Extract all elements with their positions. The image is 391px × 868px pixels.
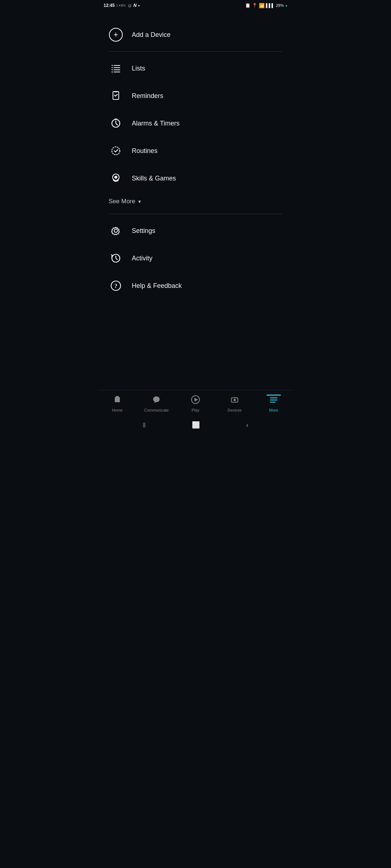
- svg-point-17: [114, 229, 118, 233]
- svg-rect-9: [114, 91, 118, 92]
- battery-percent: 29%: [276, 3, 284, 8]
- add-device-icon: +: [109, 27, 123, 42]
- status-right: 📋 📍 📶 ▌▌▌ 29% ●: [245, 3, 287, 8]
- divider-top: [109, 51, 282, 52]
- main-content: + Add a Device Lists: [98, 10, 293, 299]
- help-menu-item[interactable]: ? Help & Feedback: [98, 272, 293, 299]
- help-icon: ?: [109, 278, 123, 293]
- nav-devices[interactable]: Devices: [215, 395, 254, 412]
- status-left: 12:45 1 KB/s ☺ N ●: [104, 3, 140, 8]
- routines-icon: [109, 144, 123, 158]
- system-nav-bar: ⦀ ⬜ ‹: [98, 416, 293, 434]
- network-speed: 1 KB/s: [116, 4, 126, 7]
- activity-label: Activity: [132, 255, 152, 262]
- back-button[interactable]: ‹: [246, 421, 248, 429]
- reminders-label: Reminders: [132, 92, 163, 100]
- svg-point-16: [114, 176, 117, 179]
- home-button[interactable]: ⬜: [192, 421, 200, 429]
- nav-communicate-label: Communicate: [144, 408, 169, 412]
- activity-icon: [109, 251, 123, 265]
- svg-rect-2: [112, 67, 113, 68]
- skills-label: Skills & Games: [132, 175, 176, 182]
- skills-icon: [109, 171, 123, 186]
- wifi-icon: 📶: [259, 3, 265, 8]
- svg-rect-4: [112, 69, 113, 70]
- svg-marker-24: [194, 398, 198, 401]
- nav-more-label: More: [269, 408, 278, 412]
- svg-rect-5: [114, 69, 120, 70]
- activity-menu-item[interactable]: Activity: [98, 244, 293, 272]
- svg-rect-1: [114, 65, 120, 66]
- status-bar: 12:45 1 KB/s ☺ N ● 📋 📍 📶 ▌▌▌ 29% ●: [98, 0, 293, 10]
- see-more-label: See More: [109, 198, 135, 205]
- chevron-down-icon: ▾: [138, 199, 141, 204]
- reminders-icon: [109, 89, 123, 103]
- clipboard-icon: 📋: [245, 3, 251, 8]
- status-icon-1: ☺: [127, 3, 132, 8]
- svg-rect-0: [112, 65, 113, 66]
- svg-rect-3: [114, 67, 120, 68]
- time-display: 12:45: [104, 3, 115, 8]
- routines-menu-item[interactable]: Routines: [98, 137, 293, 165]
- skills-menu-item[interactable]: Skills & Games: [98, 165, 293, 192]
- status-dot: ●: [138, 4, 140, 7]
- svg-rect-7: [114, 72, 120, 72]
- svg-text:?: ?: [114, 283, 117, 289]
- svg-point-26: [234, 399, 236, 401]
- add-device-label: Add a Device: [132, 31, 171, 39]
- svg-rect-21: [115, 397, 120, 402]
- location-icon: 📍: [252, 3, 257, 8]
- add-device-button[interactable]: + Add a Device: [98, 21, 293, 48]
- nav-devices-label: Devices: [227, 408, 241, 412]
- status-icon-2: N: [134, 3, 137, 8]
- help-label: Help & Feedback: [132, 282, 182, 290]
- lists-label: Lists: [132, 65, 145, 72]
- signal-icon: ▌▌▌: [266, 3, 274, 8]
- routines-label: Routines: [132, 147, 157, 155]
- alarms-label: Alarms & Timers: [132, 120, 180, 127]
- active-indicator: [266, 395, 281, 396]
- more-nav-icon: [269, 395, 278, 407]
- svg-point-14: [112, 147, 120, 155]
- alarms-menu-item[interactable]: Alarms & Timers: [98, 110, 293, 137]
- nav-home-label: Home: [112, 408, 122, 412]
- settings-label: Settings: [132, 227, 155, 235]
- svg-rect-6: [112, 72, 113, 72]
- alarms-icon: [109, 116, 123, 131]
- settings-menu-item[interactable]: Settings: [98, 217, 293, 244]
- nav-communicate[interactable]: Communicate: [137, 395, 176, 412]
- communicate-nav-icon: [152, 395, 161, 407]
- home-nav-icon: [113, 395, 122, 407]
- bottom-nav: Home Communicate Play Devices: [98, 390, 293, 416]
- svg-rect-13: [114, 119, 117, 120]
- settings-icon: [109, 224, 123, 238]
- nav-home[interactable]: Home: [98, 395, 137, 412]
- nav-more[interactable]: More: [254, 395, 293, 412]
- devices-nav-icon: [230, 395, 239, 407]
- see-more-button[interactable]: See More ▾: [98, 192, 293, 211]
- lists-icon: [109, 61, 123, 76]
- svg-rect-22: [116, 396, 119, 397]
- svg-line-12: [116, 123, 118, 125]
- lists-menu-item[interactable]: Lists: [98, 55, 293, 82]
- play-nav-icon: [191, 395, 200, 407]
- recents-button[interactable]: ⦀: [143, 421, 146, 429]
- nav-play-label: Play: [192, 408, 199, 412]
- reminders-menu-item[interactable]: Reminders: [98, 82, 293, 110]
- divider-middle: [109, 214, 282, 214]
- nav-play[interactable]: Play: [176, 395, 215, 412]
- battery-dot: ●: [285, 4, 287, 8]
